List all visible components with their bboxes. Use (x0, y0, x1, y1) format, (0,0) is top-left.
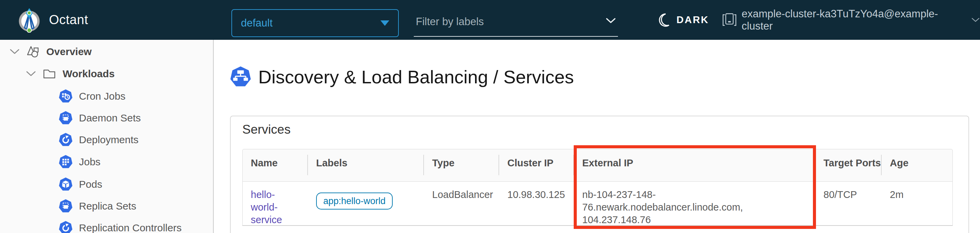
sidebar-item-label: Jobs (79, 156, 100, 168)
sidebar-item-label: Workloads (63, 68, 115, 79)
chevron-down-icon[interactable] (606, 18, 616, 25)
cell-age: 2m (882, 182, 953, 226)
cluster-context-menu[interactable]: example-cluster-ka3TuTzYo4a@example-clus… (722, 0, 980, 40)
namespace-select-value: default (241, 17, 272, 29)
label-tag[interactable]: app:hello-world (316, 193, 393, 209)
top-navbar: Octant default DARK example-cluster-ka3T… (0, 0, 980, 40)
dark-theme-toggle[interactable]: DARK (657, 0, 709, 40)
cell-external-ip: nb-104-237-148-76.newark.nodebalancer.li… (574, 182, 815, 226)
sidebar-item-label: Daemon Sets (79, 112, 141, 124)
pods-icon (59, 177, 73, 192)
sidebar-item-daemon-sets[interactable]: Daemon Sets (59, 111, 141, 125)
daemon-sets-icon (59, 111, 73, 125)
folder-icon (42, 67, 56, 81)
page-title: Discovery & Load Balancing / Services (258, 67, 574, 87)
sidebar-nav: Overview Workloads Cron Jobs (0, 40, 214, 233)
external-ip-line-2: 104.237.148.76 (582, 214, 815, 226)
service-link[interactable]: hello-world-service (251, 189, 293, 226)
cell-name: hello-world-service (243, 182, 308, 226)
dark-theme-label: DARK (676, 14, 709, 25)
cell-target-ports: 80/TCP (815, 182, 882, 226)
namespace-select[interactable]: default (231, 9, 399, 37)
chevron-down-icon[interactable] (25, 71, 37, 77)
chevron-down-icon (971, 17, 980, 23)
sidebar-item-cron-jobs[interactable]: Cron Jobs (59, 89, 126, 103)
caret-down-icon (380, 21, 389, 26)
cell-type: LoadBalancer (424, 182, 499, 226)
table-header-row: Name Labels Type Cluster IP External IP … (242, 149, 953, 182)
services-table: Name Labels Type Cluster IP External IP … (242, 149, 953, 226)
sidebar-item-label: Pods (79, 179, 102, 190)
cron-jobs-icon (59, 89, 73, 103)
sidebar-item-workloads[interactable]: Workloads (25, 67, 115, 81)
app-title: Octant (49, 0, 88, 40)
deployments-icon (59, 133, 73, 147)
chevron-down-icon[interactable] (9, 49, 21, 55)
table-row: hello-world-service app:hello-world Load… (242, 182, 953, 226)
sidebar-item-pods[interactable]: Pods (59, 178, 102, 191)
sidebar-item-label: Cron Jobs (79, 90, 126, 102)
column-header-name: Name (243, 149, 308, 181)
sidebar-item-replication-controllers[interactable]: Replication Controllers (59, 221, 182, 233)
sidebar-item-label: Replication Controllers (79, 222, 182, 233)
cluster-context-label: example-cluster-ka3TuTzYo4a@example-clus… (742, 8, 967, 32)
main-content: Discovery & Load Balancing / Services Se… (214, 40, 980, 233)
jobs-icon (59, 155, 73, 169)
sidebar-item-overview[interactable]: Overview (9, 45, 92, 59)
sidebar-item-label: Overview (46, 46, 92, 57)
services-card-title: Services (242, 122, 291, 137)
sidebar-item-label: Replica Sets (79, 200, 136, 212)
column-header-cluster-ip: Cluster IP (499, 149, 574, 181)
cell-cluster-ip: 10.98.30.125 (499, 182, 574, 226)
objects-icon (26, 44, 40, 59)
replica-sets-icon (59, 199, 73, 213)
external-ip-line-1: nb-104-237-148-76.newark.nodebalancer.li… (582, 189, 815, 214)
column-header-labels: Labels (308, 149, 424, 181)
column-header-type: Type (424, 149, 499, 181)
column-header-external-ip: External IP (574, 149, 815, 181)
column-header-age: Age (882, 149, 953, 181)
sidebar-item-replica-sets[interactable]: Replica Sets (59, 199, 136, 213)
cluster-icon (722, 13, 737, 27)
column-header-target-ports: Target Ports (815, 149, 882, 181)
services-icon (230, 66, 251, 88)
label-filter-input[interactable] (414, 16, 606, 30)
replication-controllers-icon (59, 221, 73, 233)
octant-logo-icon (17, 8, 41, 33)
sidebar-item-jobs[interactable]: Jobs (59, 155, 100, 169)
sidebar-item-deployments[interactable]: Deployments (59, 133, 138, 147)
moon-icon (657, 13, 670, 27)
sidebar-item-label: Deployments (79, 134, 138, 146)
label-filter (414, 10, 618, 37)
cell-labels: app:hello-world (308, 182, 424, 226)
page-header: Discovery & Load Balancing / Services (230, 66, 574, 88)
